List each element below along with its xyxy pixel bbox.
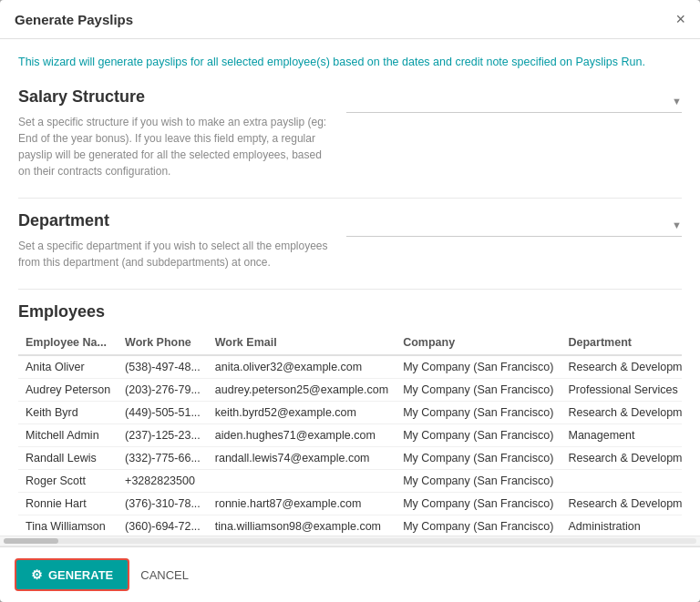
table-cell: (538)-497-48... [118,355,208,379]
table-row[interactable]: Mitchell Admin(237)-125-23...aiden.hughe… [18,423,682,446]
employees-table: Employee Na... Work Phone Work Email Com… [18,331,682,536]
table-cell: Management [561,423,682,446]
table-row[interactable]: Tina Williamson(360)-694-72...tina.willi… [18,515,682,536]
employees-tbody: Anita Oliver(538)-497-48...anita.oliver3… [18,355,682,536]
table-cell: (376)-310-78... [118,492,208,515]
salary-structure-section: Salary Structure Set a specific structur… [18,87,682,179]
department-select[interactable]: ▼ [346,215,682,237]
salary-structure-left: Salary Structure Set a specific structur… [18,87,328,179]
table-cell: Tina Williamson [18,515,118,536]
table-cell: Professional Services [561,378,682,401]
table-cell: My Company (San Francisco) [396,515,561,536]
table-cell: (449)-505-51... [118,401,208,423]
table-cell: Roger Scott [18,469,118,492]
generate-label: GENERATE [48,568,113,582]
table-row[interactable]: Audrey Peterson(203)-276-79...audrey.pet… [18,378,682,401]
table-cell: Administration [561,515,682,536]
table-cell: aiden.hughes71@example.com [208,423,396,446]
col-email: Work Email [208,331,396,355]
modal: Generate Payslips × This wizard will gen… [0,0,700,602]
employees-section: Employees Employee Na... Work Phone Work… [18,302,682,536]
employees-title: Employees [18,302,682,321]
table-cell: My Company (San Francisco) [396,401,561,423]
salary-structure-select[interactable]: ▼ [346,91,682,113]
divider-1 [18,198,682,199]
table-row[interactable]: Keith Byrd(449)-505-51...keith.byrd52@ex… [18,401,682,423]
col-department: Department [561,331,682,355]
table-cell: Anita Oliver [18,355,118,379]
cancel-button[interactable]: CANCEL [140,568,189,582]
gear-icon: ⚙ [31,567,43,582]
table-cell: +3282823500 [118,469,208,492]
table-cell: Randall Lewis [18,446,118,469]
table-cell [561,469,682,492]
employees-table-wrapper: Employee Na... Work Phone Work Email Com… [18,331,682,536]
table-cell: Research & Development [561,492,682,515]
department-left: Department Set a specific department if … [18,211,328,270]
horizontal-scrollbar[interactable] [0,536,700,546]
info-banner: This wizard will generate payslips for a… [18,54,682,71]
modal-body: This wizard will generate payslips for a… [0,39,700,536]
table-cell: Ronnie Hart [18,492,118,515]
table-cell: Mitchell Admin [18,423,118,446]
table-cell: My Company (San Francisco) [396,469,561,492]
scrollbar-thumb [4,538,58,544]
table-cell: keith.byrd52@example.com [208,401,396,423]
salary-structure-arrow: ▼ [672,96,682,107]
department-title: Department [18,211,328,230]
table-header: Employee Na... Work Phone Work Email Com… [18,331,682,355]
scrollbar-track [4,538,696,544]
table-cell: My Company (San Francisco) [396,378,561,401]
table-cell: My Company (San Francisco) [396,423,561,446]
table-cell: Audrey Peterson [18,378,118,401]
table-cell: My Company (San Francisco) [396,355,561,379]
department-desc: Set a specific department if you wish to… [18,238,328,270]
divider-2 [18,289,682,290]
table-row[interactable]: Roger Scott+3282823500My Company (San Fr… [18,469,682,492]
department-section: Department Set a specific department if … [18,211,682,270]
table-cell: Keith Byrd [18,401,118,423]
department-field: ▼ [346,211,682,237]
modal-title: Generate Payslips [15,12,133,27]
modal-overlay: Generate Payslips × This wizard will gen… [0,0,700,602]
modal-header: Generate Payslips × [0,0,700,39]
salary-structure-desc: Set a specific structure if you wish to … [18,114,328,179]
table-cell [208,469,396,492]
table-cell: (203)-276-79... [118,378,208,401]
table-row[interactable]: Anita Oliver(538)-497-48...anita.oliver3… [18,355,682,379]
table-cell: (332)-775-66... [118,446,208,469]
table-cell: ronnie.hart87@example.com [208,492,396,515]
table-cell: My Company (San Francisco) [396,492,561,515]
col-company: Company [396,331,561,355]
salary-structure-field: ▼ [346,87,682,113]
col-name: Employee Na... [18,331,118,355]
table-cell: tina.williamson98@example.com [208,515,396,536]
table-cell: randall.lewis74@example.com [208,446,396,469]
table-cell: (360)-694-72... [118,515,208,536]
col-phone: Work Phone [118,331,208,355]
modal-footer: ⚙ GENERATE CANCEL [0,546,700,602]
table-cell: Research & Development [561,401,682,423]
table-cell: (237)-125-23... [118,423,208,446]
table-cell: My Company (San Francisco) [396,446,561,469]
table-row[interactable]: Ronnie Hart(376)-310-78...ronnie.hart87@… [18,492,682,515]
table-cell: Research & Development [561,355,682,379]
close-button[interactable]: × [675,11,685,27]
table-row[interactable]: Randall Lewis(332)-775-66...randall.lewi… [18,446,682,469]
table-cell: audrey.peterson25@example.com [208,378,396,401]
department-arrow: ▼ [672,219,682,230]
table-cell: Research & Development [561,446,682,469]
salary-structure-title: Salary Structure [18,87,328,107]
generate-button[interactable]: ⚙ GENERATE [15,558,129,591]
table-cell: anita.oliver32@example.com [208,355,396,379]
